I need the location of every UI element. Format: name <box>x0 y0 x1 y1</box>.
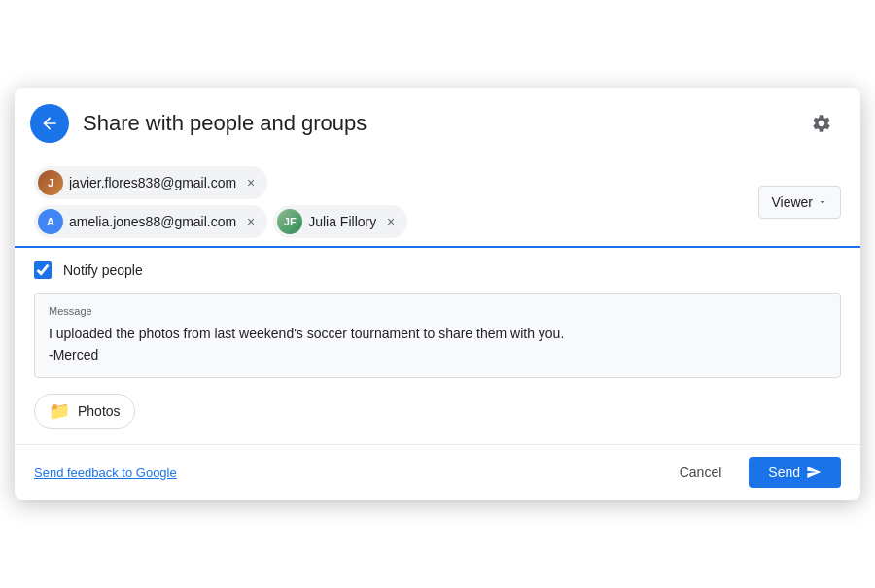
chip-row-1: J javier.flores838@gmail.com × <box>34 166 747 199</box>
chip-name-julia: Julia Fillory <box>308 214 376 229</box>
feedback-link[interactable]: Send feedback to Google <box>34 466 177 480</box>
chip-row-2: A amelia.jones88@gmail.com × JF Julia Fi… <box>34 205 747 238</box>
message-label: Message <box>49 305 826 317</box>
send-icon <box>806 465 822 480</box>
chips-container: J javier.flores838@gmail.com × A amelia.… <box>34 166 747 246</box>
viewer-dropdown[interactable]: Viewer <box>758 186 841 219</box>
folder-icon: 📁 <box>49 400 70 422</box>
back-icon <box>40 114 59 133</box>
message-box: Message I uploaded the photos from last … <box>34 293 841 379</box>
send-button[interactable]: Send <box>749 457 841 488</box>
chip-javier: J javier.flores838@gmail.com × <box>34 166 267 199</box>
recipient-area: J javier.flores838@gmail.com × A amelia.… <box>15 158 860 248</box>
footer: Send feedback to Google Cancel Send <box>15 444 860 500</box>
dialog-header: Share with people and groups <box>15 88 860 158</box>
attachment-chip[interactable]: 📁 Photos <box>34 394 135 429</box>
dialog-title: Share with people and groups <box>83 111 802 136</box>
message-text: I uploaded the photos from last weekend'… <box>49 323 826 366</box>
chip-email-javier: javier.flores838@gmail.com <box>69 175 236 190</box>
viewer-label: Viewer <box>771 194 813 210</box>
share-dialog: Share with people and groups J javier.fl… <box>15 88 860 501</box>
chip-julia: JF Julia Fillory × <box>273 205 407 238</box>
footer-actions: Cancel Send <box>664 457 841 488</box>
send-label: Send <box>768 465 800 480</box>
avatar-julia: JF <box>277 209 302 234</box>
remove-amelia-button[interactable]: × <box>242 213 260 230</box>
remove-julia-button[interactable]: × <box>382 213 400 230</box>
cancel-button[interactable]: Cancel <box>664 457 738 488</box>
chip-amelia: A amelia.jones88@gmail.com × <box>34 205 267 238</box>
chevron-down-icon <box>817 196 828 208</box>
notify-label: Notify people <box>63 262 143 278</box>
chip-email-amelia: amelia.jones88@gmail.com <box>69 214 236 229</box>
notify-checkbox[interactable] <box>34 261 52 279</box>
attachment-row: 📁 Photos <box>15 378 860 444</box>
notify-row: Notify people <box>15 248 860 293</box>
attachment-label: Photos <box>78 403 121 419</box>
settings-icon <box>811 113 832 134</box>
back-button[interactable] <box>30 104 69 143</box>
remove-javier-button[interactable]: × <box>242 174 260 191</box>
avatar-javier: J <box>38 170 63 195</box>
settings-button[interactable] <box>802 104 841 143</box>
avatar-amelia: A <box>38 209 63 234</box>
